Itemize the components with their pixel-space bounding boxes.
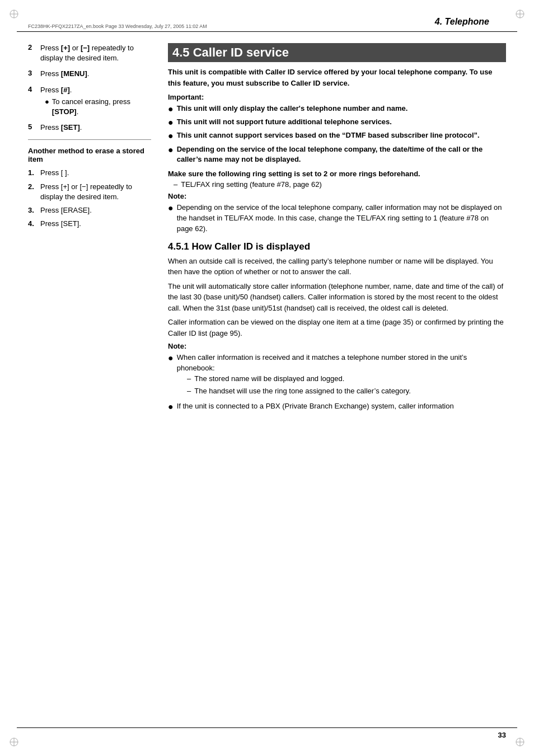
note-bullets-2: ● When caller information is received an… (168, 353, 506, 412)
step-4-subbullet-text: To cancel erasing, press [STOP]. (52, 97, 151, 117)
sub-step-4: 4. Press [SET]. (28, 219, 151, 229)
nested-dash-text-1: The stored name will be displayed and lo… (194, 374, 344, 384)
key-stop: [STOP] (52, 107, 77, 116)
sub-step-2-text: Press [+] or [−] repeatedly to display t… (40, 182, 151, 202)
nested-dash-text-2: The handset will use the ring tone assig… (194, 386, 411, 397)
main-content: 2 Press [+] or [−] repeatedly to display… (0, 32, 534, 426)
intro-text: This unit is compatible with Caller ID s… (168, 67, 506, 88)
sub-key-set: [SET] (61, 219, 79, 228)
sub-step-2: 2. Press [+] or [−] repeatedly to displa… (28, 182, 151, 202)
step-2-content: Press [+] or [−] repeatedly to display t… (40, 43, 151, 63)
sub-section-title: Another method to erase a stored item (28, 147, 151, 163)
note-bullets-1: ● Depending on the service of the local … (168, 203, 506, 234)
important-bullet-1: ● This unit will only display the caller… (168, 104, 506, 114)
note-bullet-dot-2-1: ● (168, 353, 174, 363)
step-4-number: 4 (28, 85, 38, 93)
step-2: 2 Press [+] or [−] repeatedly to display… (28, 43, 151, 63)
step-4-content: Press [#]. ● To cancel erasing, press [S… (40, 85, 151, 118)
file-info: FC238HK-PFQX2217ZA_en.book Page 33 Wedne… (28, 24, 207, 29)
body-text-3: Caller information can be viewed on the … (168, 317, 506, 339)
step-3: 3 Press [MENU]. (28, 69, 151, 79)
important-bullet-4: ● Depending on the service of the local … (168, 144, 506, 166)
bullet-dot-1: ● (168, 104, 174, 114)
body-text-1: When an outside call is received, the ca… (168, 256, 506, 278)
step-3-content: Press [MENU]. (40, 69, 89, 79)
important-label: Important: (168, 93, 506, 101)
note-bullet-dot-1: ● (168, 203, 174, 213)
sub-section-list: 1. Press [ ]. 2. Press [+] or [−] repeat… (28, 168, 151, 229)
sub-step-4-num: 4. (28, 219, 38, 229)
note-bullet-1: ● Depending on the service of the local … (168, 203, 506, 234)
step-5-content: Press [SET]. (40, 123, 82, 133)
sub-step-1-num: 1. (28, 168, 38, 178)
important-bullet-1-text: This unit will only display the caller's… (177, 104, 408, 114)
sub-step-1-text: Press [ ]. (40, 168, 69, 178)
important-bullet-4-text: Depending on the service of the local te… (177, 144, 506, 166)
step-3-number: 3 (28, 69, 38, 77)
sub-step-3-text: Press [ERASE]. (40, 205, 92, 215)
nested-dash-1: – The stored name will be displayed and … (187, 374, 411, 384)
note-label-2: Note: (168, 342, 506, 350)
sub-step-3-num: 3. (28, 205, 38, 215)
footer-line (17, 727, 517, 728)
corner-mark-tr (514, 8, 526, 20)
note-bullet-2-1-text: When caller information is received and … (177, 353, 506, 374)
ring-setting-text: Make sure the following ring setting is … (168, 170, 506, 178)
bullet-dot-3: ● (168, 130, 174, 141)
page-number: 33 (498, 731, 506, 739)
page-title: 4. Telephone (435, 17, 489, 27)
sub-step-2-num: 2. (28, 182, 38, 192)
nested-dash-label-2: – (187, 386, 191, 397)
right-column: 4.5 Caller ID service This unit is compa… (168, 43, 506, 415)
note-bullet-2-2-text: If the unit is connected to a PBX (Priva… (177, 401, 454, 412)
important-bullet-2: ● This unit will not support future addi… (168, 117, 506, 128)
ring-dash-item: – TEL/FAX ring setting (feature #78, pag… (174, 180, 506, 189)
key-hash: [#] (61, 86, 70, 94)
body-text-2: The unit will automatically store caller… (168, 281, 506, 314)
note-bullet-dot-2-2: ● (168, 401, 174, 412)
step-5-number: 5 (28, 123, 38, 131)
ring-dash-text: TEL/FAX ring setting (feature #78, page … (181, 180, 321, 189)
dash-label: – (174, 180, 177, 189)
note-bullet-1-text: Depending on the service of the local te… (177, 203, 506, 234)
sub-bullet-dot: ● (45, 97, 49, 107)
key-minus: [−] (81, 44, 90, 52)
key-set: [SET] (61, 123, 80, 132)
key-plus: [+] (61, 44, 70, 52)
bullet-dot-4: ● (168, 144, 174, 155)
corner-mark-tl (8, 8, 20, 20)
sub-key-erase: [ERASE] (61, 206, 90, 214)
sub-step-4-text: Press [SET]. (40, 219, 81, 229)
left-divider (28, 139, 151, 140)
important-bullets: ● This unit will only display the caller… (168, 104, 506, 165)
note-bullet-2-2: ● If the unit is connected to a PBX (Pri… (168, 401, 506, 412)
important-bullet-3-text: This unit cannot support services based … (177, 130, 480, 141)
main-section-heading: 4.5 Caller ID service (168, 43, 506, 62)
step-4-subbullet: ● To cancel erasing, press [STOP]. (45, 97, 151, 117)
sub-step-3: 3. Press [ERASE]. (28, 205, 151, 215)
important-bullet-3: ● This unit cannot support services base… (168, 130, 506, 141)
sub-key-nav: [ ] (61, 168, 67, 177)
important-bullet-2-text: This unit will not support future additi… (177, 117, 392, 128)
step-4: 4 Press [#]. ● To cancel erasing, press … (28, 85, 151, 118)
note-label-1: Note: (168, 192, 506, 200)
nested-dash-label-1: – (187, 374, 191, 384)
step-2-number: 2 (28, 43, 38, 51)
sub-section-heading: 4.5.1 How Caller ID is displayed (168, 241, 506, 252)
key-menu: [MENU] (61, 69, 87, 78)
sub-key-minus: [−] (79, 182, 88, 191)
sub-key-plus: [+] (61, 182, 69, 191)
step-5: 5 Press [SET]. (28, 123, 151, 133)
left-column: 2 Press [+] or [−] repeatedly to display… (28, 43, 151, 415)
page-footer: 33 (0, 731, 534, 739)
nested-dash-2: – The handset will use the ring tone ass… (187, 386, 411, 397)
bullet-dot-2: ● (168, 117, 174, 128)
note-bullet-2-1: ● When caller information is received an… (168, 353, 506, 398)
sub-step-1: 1. Press [ ]. (28, 168, 151, 178)
page-container: FC238HK-PFQX2217ZA_en.book Page 33 Wedne… (0, 0, 534, 756)
